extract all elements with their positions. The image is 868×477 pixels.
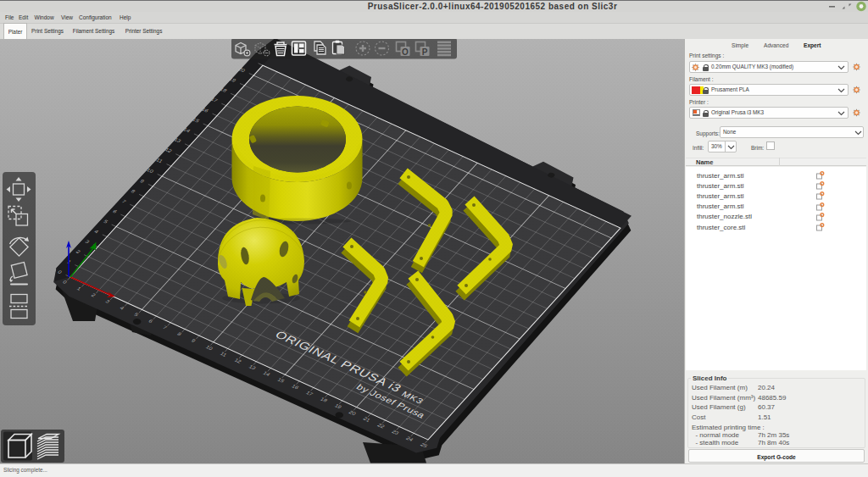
svg-text:P: P (422, 47, 428, 57)
svg-text:O: O (402, 47, 409, 57)
